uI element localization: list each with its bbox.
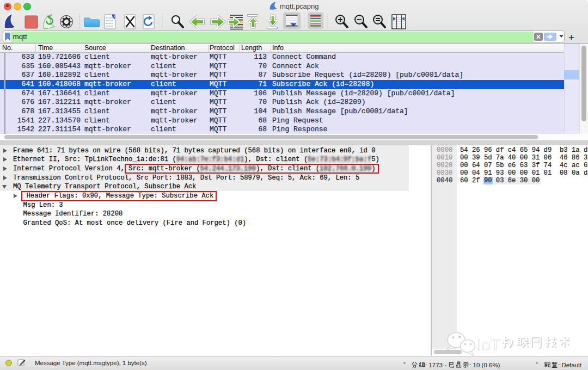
- svg-text:IoT: IoT: [477, 336, 500, 354]
- svg-text:11010: 11010: [106, 24, 113, 27]
